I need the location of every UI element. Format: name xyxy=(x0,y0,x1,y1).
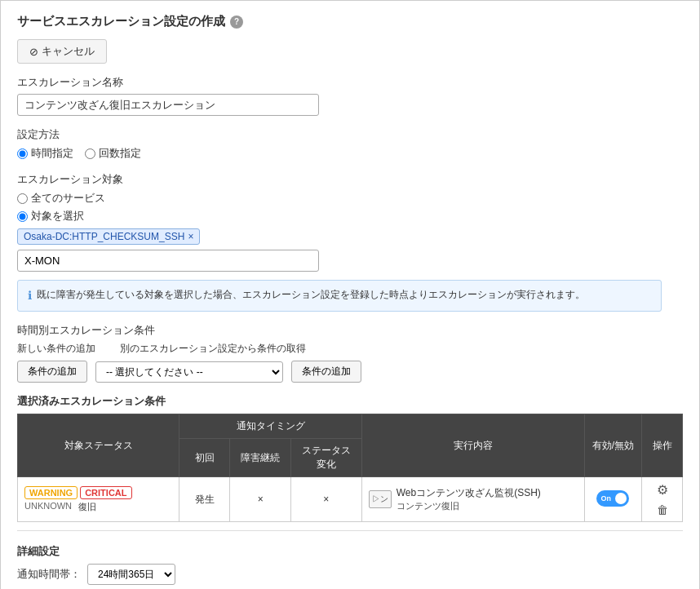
badge-unknown: UNKNOWN xyxy=(24,501,72,513)
add-new-label: 新しい条件の追加 xyxy=(17,342,95,356)
info-box: ℹ 既に障害が発生している対象を選択した場合、エスカレーション設定を登録した時点… xyxy=(17,280,662,312)
timing-initial-cell: 発生 xyxy=(179,477,230,522)
th-continue: 障害継続 xyxy=(230,439,290,477)
th-enable: 有効/無効 xyxy=(584,414,642,477)
cancel-icon: ⊘ xyxy=(29,46,38,58)
target-radio-stack: 全てのサービス 対象を選択 xyxy=(17,191,683,224)
gear-icon[interactable]: ⚙ xyxy=(657,482,668,498)
toggle-label: On xyxy=(600,494,611,503)
th-status: 対象ステータス xyxy=(18,414,179,477)
timing-continue-cell: × xyxy=(230,477,290,522)
add-condition-button[interactable]: 条件の追加 xyxy=(17,361,87,383)
target-select-option[interactable]: 対象を選択 xyxy=(17,209,683,224)
osaka-tag-text: Osaka-DC:HTTP_CHECKSUM_SSH xyxy=(24,231,184,242)
fetch-label: 別のエスカレーション設定から条件の取得 xyxy=(120,342,306,356)
target-all-label: 全てのサービス xyxy=(31,191,105,206)
method-count-option[interactable]: 回数指定 xyxy=(85,146,141,161)
osaka-tag-remove[interactable]: × xyxy=(188,231,193,242)
status-badges-row1: WARNING CRITICAL xyxy=(24,486,172,499)
action-cell: ▷ン Webコンテンツ改ざん監視(SSH) コンテンツ復旧 xyxy=(361,477,584,522)
action-icon-box: ▷ン xyxy=(369,490,392,508)
time-escalation-section: 時間別エスカレーション条件 新しい条件の追加 別のエスカレーション設定から条件の… xyxy=(17,323,683,383)
cancel-button[interactable]: ⊘ キャンセル xyxy=(17,39,107,64)
time-escalation-label: 時間別エスカレーション条件 xyxy=(17,323,683,338)
method-radio-group: 時間指定 回数指定 xyxy=(17,146,683,161)
action-text: Webコンテンツ改ざん監視(SSH) コンテンツ復旧 xyxy=(397,486,541,512)
help-icon[interactable]: ? xyxy=(230,16,243,29)
escalation-target-section: エスカレーション対象 全てのサービス 対象を選択 Osaka-DC:HTTP_C… xyxy=(17,172,683,272)
info-icon: ℹ xyxy=(28,287,32,304)
th-operation: 操作 xyxy=(642,414,683,477)
osaka-tag: Osaka-DC:HTTP_CHECKSUM_SSH × xyxy=(17,228,200,245)
th-change: ステータス変化 xyxy=(290,439,361,477)
target-search-input[interactable] xyxy=(17,250,319,272)
action-sub-label: コンテンツ復旧 xyxy=(397,500,541,512)
timing-change-cell: × xyxy=(290,477,361,522)
page-title-row: サービスエスカレーション設定の作成 ? xyxy=(17,14,683,29)
timezone-label: 通知時間帯： xyxy=(17,567,81,582)
badge-warning: WARNING xyxy=(24,486,78,499)
trash-icon[interactable]: 🗑 xyxy=(657,503,668,516)
divider xyxy=(17,530,683,531)
detail-label: 詳細設定 xyxy=(17,544,683,559)
target-all-option[interactable]: 全てのサービス xyxy=(17,191,683,206)
table-row: WARNING CRITICAL UNKNOWN 復旧 発生 × × ▷ン xyxy=(18,477,683,522)
enable-cell[interactable]: On xyxy=(584,477,642,522)
add-condition-tabs: 新しい条件の追加 別のエスカレーション設定から条件の取得 xyxy=(17,342,683,356)
method-label: 設定方法 xyxy=(17,127,683,142)
escalation-name-input[interactable] xyxy=(17,94,319,116)
selected-conditions-section: 選択済みエスカレーション条件 対象ステータス 通知タイミング 実行内容 有効/無… xyxy=(17,394,683,522)
method-time-option[interactable]: 時間指定 xyxy=(17,146,73,161)
escalation-name-label: エスカレーション名称 xyxy=(17,75,683,90)
method-count-label: 回数指定 xyxy=(99,146,141,161)
status-badges-row2: UNKNOWN 復旧 xyxy=(24,501,172,513)
tag-container: Osaka-DC:HTTP_CHECKSUM_SSH × xyxy=(17,228,683,245)
th-notification: 通知タイミング xyxy=(179,414,361,439)
target-label: エスカレーション対象 xyxy=(17,172,683,187)
status-cell: WARNING CRITICAL UNKNOWN 復旧 xyxy=(18,477,179,522)
method-time-label: 時間指定 xyxy=(31,146,73,161)
fetch-condition-button[interactable]: 条件の追加 xyxy=(291,361,361,383)
fetch-condition-select[interactable]: -- 選択してください -- xyxy=(95,361,283,383)
action-content: ▷ン Webコンテンツ改ざん監視(SSH) コンテンツ復旧 xyxy=(369,486,578,512)
th-action: 実行内容 xyxy=(361,414,584,477)
info-text: 既に障害が発生している対象を選択した場合、エスカレーション設定を登録した時点より… xyxy=(37,287,585,302)
detail-section: 詳細設定 通知時間帯： 24時間365日 xyxy=(17,544,683,585)
target-select-radio[interactable] xyxy=(17,211,28,222)
operation-cell: ⚙ 🗑 xyxy=(642,477,683,522)
method-time-radio[interactable] xyxy=(17,148,28,159)
conditions-table: 対象ステータス 通知タイミング 実行内容 有効/無効 操作 xyxy=(17,414,683,522)
target-select-label: 対象を選択 xyxy=(31,209,84,224)
toggle-on[interactable]: On xyxy=(596,490,629,507)
badge-recovery: 復旧 xyxy=(78,501,96,513)
badge-critical: CRITICAL xyxy=(80,486,131,499)
add-condition-row: 条件の追加 -- 選択してください -- 条件の追加 xyxy=(17,361,683,383)
page-container: サービスエスカレーション設定の作成 ? ⊘ キャンセル エスカレーション名称 設… xyxy=(0,0,700,589)
action-main-label: Webコンテンツ改ざん監視(SSH) xyxy=(397,486,541,500)
page-title: サービスエスカレーション設定の作成 xyxy=(17,14,225,29)
timezone-row: 通知時間帯： 24時間365日 xyxy=(17,564,683,585)
target-all-radio[interactable] xyxy=(17,193,28,204)
action-icons: ⚙ 🗑 xyxy=(649,482,676,516)
timezone-select[interactable]: 24時間365日 xyxy=(87,564,175,585)
selected-conditions-label: 選択済みエスカレーション条件 xyxy=(17,394,683,409)
th-initial: 初回 xyxy=(179,439,230,477)
method-count-radio[interactable] xyxy=(85,148,95,159)
